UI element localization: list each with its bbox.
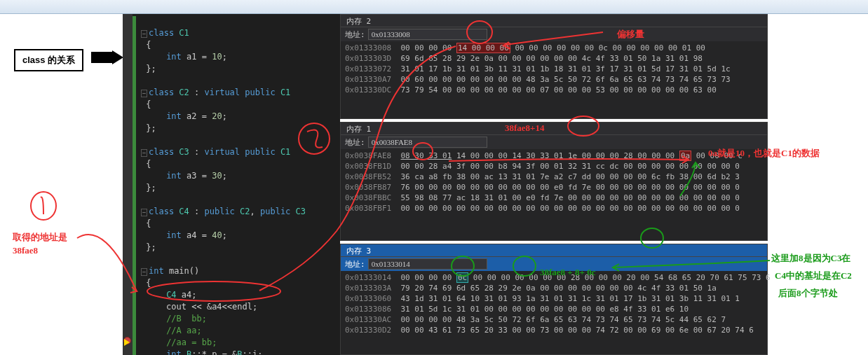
memory-panel-3-title: 内存 3 xyxy=(341,244,767,257)
app-toolbar xyxy=(0,0,868,14)
code-lines: −class C1 { int a1 = 10; }; −class C2 : … xyxy=(141,15,337,355)
memory-2-addr-label: 地址: xyxy=(345,29,365,40)
memory-1-address-row: 地址: xyxy=(341,135,767,149)
memory-panel-3: 内存 3 地址: 0x01333014 00 00 00 00 0c 00 00… xyxy=(340,244,768,355)
memory-panel-1-title: 内存 1 xyxy=(341,123,767,135)
memory-3-addr-label: 地址: xyxy=(345,259,365,270)
memory-2-address-input[interactable] xyxy=(368,29,487,40)
class-relation-label: class 的关系 xyxy=(22,55,75,65)
red-note-2: 38fae8 xyxy=(13,245,38,256)
green-expr: 38fae8 + 8+ 0c xyxy=(540,266,595,279)
memory-1-body[interactable]: 0x0038FAE8 08 30 33 01 14 00 00 00 14 30… xyxy=(341,149,767,215)
red-note-1: 取得的地址是 xyxy=(13,231,67,244)
memory-panel-2-title: 内存 2 xyxy=(341,15,767,27)
memory-2-address-row: 地址: xyxy=(341,27,767,41)
memory-1-address-input[interactable] xyxy=(368,137,487,148)
arrow-icon xyxy=(91,52,112,65)
memory-panel-1: 内存 1 地址: 0x0038FAE8 08 30 33 01 14 00 00… xyxy=(340,122,768,241)
memory-1-addr-label: 地址: xyxy=(345,137,365,148)
change-bar xyxy=(133,16,136,355)
main-area: class 的关系 取得的地址是 38fae8 −class C1 { int … xyxy=(0,14,868,355)
memory-3-body[interactable]: 0x01333014 00 00 00 00 0c 00 00 00 00 00… xyxy=(341,271,767,337)
red-offset-label: 偏移量 xyxy=(617,28,644,41)
green-note-1: 这里加8是因为C3在 xyxy=(771,252,850,265)
green-note-2: C4中的基址是在C2 xyxy=(775,270,852,282)
red-expr-2: 0a就是10，也就是C1的数据 xyxy=(708,147,820,160)
red-expr-1: 38fae8+14 xyxy=(505,123,545,134)
memory-panel-2: 内存 2 地址: 0x01333008 00 00 00 00 14 00 00… xyxy=(340,14,768,119)
memory-3-address-input[interactable] xyxy=(368,258,487,270)
editor-gutter xyxy=(123,14,133,355)
class-relation-box: class 的关系 xyxy=(14,49,83,71)
execution-pointer-icon xyxy=(124,339,130,346)
memory-2-body[interactable]: 0x01333008 00 00 00 00 14 00 00 00 00 00… xyxy=(341,41,767,97)
green-note-3: 后面8个字节处 xyxy=(778,287,838,300)
svg-point-0 xyxy=(31,192,56,220)
code-editor[interactable]: −class C1 { int a1 = 10; }; −class C2 : … xyxy=(123,14,340,355)
